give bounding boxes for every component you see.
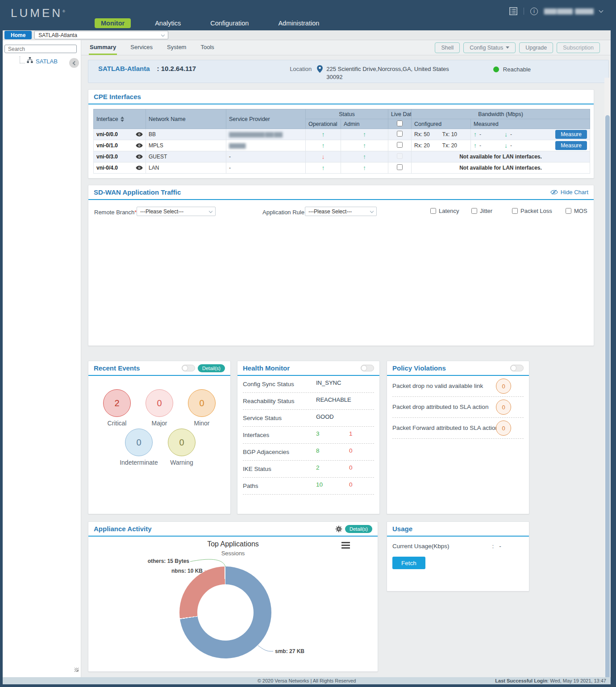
tab-summary[interactable]: Summary <box>89 40 117 55</box>
eye-icon[interactable] <box>136 154 143 159</box>
latency-checkbox[interactable]: Latency <box>430 208 459 214</box>
measure-button[interactable]: Measure <box>555 130 587 139</box>
measured-tx-value: - <box>510 142 512 149</box>
slice-label-nbns[interactable]: nbns: 10 KB <box>158 568 203 574</box>
gear-icon[interactable] <box>335 525 342 533</box>
interface-name: vni-0/1.0 <box>96 142 118 149</box>
policy-count-badge[interactable]: 0 <box>496 421 511 436</box>
application-rule-select[interactable]: ---Please Select--- <box>305 207 377 216</box>
tab-services[interactable]: Services <box>129 40 154 55</box>
live-data-checkbox[interactable] <box>397 142 403 148</box>
eye-icon[interactable] <box>136 132 143 137</box>
bgp-down-count[interactable]: 0 <box>349 447 353 454</box>
live-data-checkbox-disabled <box>397 153 403 159</box>
task-list-icon[interactable] <box>509 7 517 15</box>
nav-tab-configuration[interactable]: Configuration <box>205 18 254 29</box>
policy-count-badge[interactable]: 0 <box>496 379 511 394</box>
measure-button[interactable]: Measure <box>555 141 587 150</box>
interfaces-up-count[interactable]: 3 <box>316 430 320 437</box>
col-group-bandwidth: Bandwidth (Mbps) <box>412 109 590 119</box>
col-service-provider[interactable]: Service Provider <box>226 109 306 129</box>
jitter-checkbox[interactable]: Jitter <box>471 208 492 214</box>
hide-chart-link[interactable]: Hide Chart <box>550 189 588 196</box>
user-menu-label[interactable]: ████ █████ : ██████ <box>544 8 593 14</box>
recent-events-title: Recent Events <box>94 364 140 372</box>
paths-up-count[interactable]: 10 <box>316 481 323 488</box>
navbar-divider <box>524 8 524 15</box>
packet-loss-checkbox[interactable]: Packet Loss <box>512 208 552 214</box>
upgrade-button[interactable]: Upgrade <box>519 42 553 53</box>
operational-up-arrow: ↑ <box>322 131 325 138</box>
bgp-up-count[interactable]: 8 <box>316 447 320 454</box>
sidebar-item-satlab[interactable]: SATLAB <box>20 56 58 63</box>
location-label: Location <box>290 66 312 72</box>
slice-label-others[interactable]: others: 15 Bytes <box>136 558 189 564</box>
eye-icon[interactable] <box>136 166 143 170</box>
recent-events-details-button[interactable]: Detail(s) <box>198 364 225 372</box>
recent-events-toggle[interactable] <box>182 365 195 371</box>
sidebar-resize-handle[interactable] <box>75 668 79 672</box>
main-content: Summary Services System Tools Shell Conf… <box>81 40 611 677</box>
live-data-checkbox[interactable] <box>397 131 403 137</box>
appliance-activity-card: Appliance Activity Detail(s) Top Applica… <box>88 521 378 672</box>
info-icon[interactable]: i <box>530 8 538 15</box>
eye-icon[interactable] <box>136 143 143 148</box>
event-critical[interactable]: 2Critical <box>97 389 137 427</box>
nav-tab-monitor[interactable]: Monitor <box>95 18 131 28</box>
last-login-text: Last Successful Login: Wed, May 19 2021,… <box>495 678 606 683</box>
minor-label: Minor <box>194 420 209 427</box>
appliance-activity-header: Appliance Activity Detail(s) <box>88 522 378 537</box>
slice-label-smb[interactable]: smb: 27 KB <box>275 648 304 654</box>
ike-up-count[interactable]: 2 <box>316 464 320 471</box>
event-warning[interactable]: 0Warning <box>162 429 202 466</box>
measured-rx-arrow: ↑ <box>474 142 477 149</box>
home-button[interactable]: Home <box>4 31 32 39</box>
config-status-button[interactable]: Config Status <box>463 42 516 53</box>
col-network-name[interactable]: Network Name <box>146 109 226 129</box>
shell-button[interactable]: Shell <box>435 42 460 53</box>
policy-violations-header: Policy Violations <box>387 361 529 376</box>
recent-events-header: Recent Events Detail(s) <box>88 361 230 376</box>
tab-system[interactable]: System <box>166 40 187 55</box>
tab-tools[interactable]: Tools <box>200 40 215 55</box>
col-interface[interactable]: Interface <box>94 109 146 129</box>
policy-violations-toggle[interactable] <box>510 365 524 371</box>
paths-down-count[interactable]: 0 <box>349 481 353 488</box>
health-row: Paths100 <box>243 478 374 495</box>
nav-tab-analytics[interactable]: Analytics <box>150 18 186 29</box>
scrollbar-track[interactable] <box>604 78 611 670</box>
device-name[interactable]: SATLAB-Atlanta <box>98 65 150 72</box>
chart-title: Top Applications <box>88 540 378 548</box>
network-name: MPLS <box>146 140 226 151</box>
major-count: 0 <box>146 389 173 417</box>
sidebar-collapse-button[interactable] <box>69 58 79 68</box>
scrollbar-thumb[interactable] <box>605 115 610 677</box>
chart-subtitle: Sessions <box>88 550 378 557</box>
table-row-vni-0-1: vni-0/1.0 MPLS ██████ ↑ ↑ Rx: 20Tx: 20 ↑… <box>94 140 590 151</box>
fetch-button[interactable]: Fetch <box>392 557 425 569</box>
search-input[interactable] <box>4 45 77 53</box>
appliance-selector[interactable]: SATLAB-Atlanta <box>34 31 168 39</box>
policy-violations-title: Policy Violations <box>392 364 446 372</box>
policy-count-badge[interactable]: 0 <box>496 400 511 415</box>
remote-branch-select[interactable]: ---Please Select--- <box>137 207 216 216</box>
health-monitor-toggle[interactable] <box>361 365 374 371</box>
mos-checkbox[interactable]: MOS <box>566 208 587 214</box>
top-applications-donut[interactable] <box>179 566 271 658</box>
ike-down-count[interactable]: 0 <box>349 464 353 471</box>
critical-count: 2 <box>103 389 131 417</box>
interfaces-down-count[interactable]: 1 <box>349 430 353 437</box>
chart-menu-icon[interactable] <box>341 542 350 550</box>
live-data-checkbox[interactable] <box>397 164 403 170</box>
nav-tab-administration[interactable]: Administration <box>273 18 325 29</box>
subscription-button[interactable]: Subscription <box>557 42 600 53</box>
appliance-activity-details-button[interactable]: Detail(s) <box>345 525 372 533</box>
chevron-down-icon[interactable] <box>599 8 604 13</box>
reachability-value: REACHABLE <box>316 396 351 403</box>
footer: © 2020 Versa Networks | All Rights Reser… <box>3 677 611 684</box>
live-data-select-all-checkbox[interactable] <box>397 121 403 126</box>
event-indeterminate[interactable]: 0Indeterminate <box>114 429 163 466</box>
lan-note: Not available for LAN interfaces. <box>412 162 590 174</box>
event-minor[interactable]: 0Minor <box>182 389 222 427</box>
event-major[interactable]: 0Major <box>139 389 179 427</box>
